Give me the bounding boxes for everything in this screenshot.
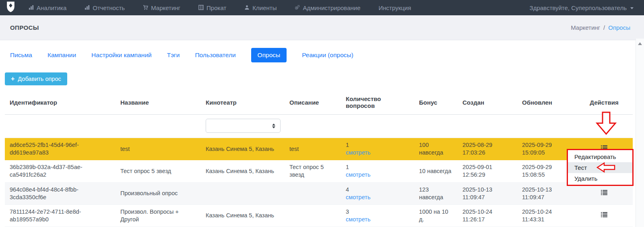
cell-description [285,204,341,227]
questions-count: 3 [346,208,409,216]
col-header-description: Описание [285,92,341,115]
user-icon [244,4,250,11]
col-header-name: Название [116,92,201,115]
breadcrumb-parent[interactable]: Маркетинг [571,24,600,31]
cell-bonus: 1000 на 10 д. [414,204,458,227]
cell-questions: 3 смотреть [341,204,414,227]
nav-item-administration[interactable]: Администрирование [295,4,360,11]
gears-icon [295,4,300,11]
table-row: 36b2389b-032a-4d37-85ae-ca5491fc26a2 Тес… [5,160,633,182]
nav-item-analytics[interactable]: Аналитика [29,4,66,11]
cell-name: Произвольный опрос [116,182,201,204]
bar-chart-icon [29,4,34,11]
page-title: ОПРОСЫ [10,24,39,31]
cinema-filter-select[interactable] [206,119,281,133]
col-header-actions: Действия [576,92,633,115]
questions-count: 1 [346,141,409,149]
tab-tags[interactable]: Тэги [167,52,180,59]
col-header-cinema: Кинотеатр [201,92,285,115]
tab-campaigns[interactable]: Кампании [47,52,76,59]
tab-campaign-settings[interactable]: Настройки кампаний [91,52,152,59]
view-questions-link[interactable]: смотреть [346,149,370,157]
table-row: 964c08e4-bf4d-48c4-8fbb-3cda3350cf6e Про… [5,182,633,204]
vertical-scrollbar[interactable] [636,39,644,227]
cell-name: Произвол. Вопросы + Другой [116,204,201,227]
nav-item-reports[interactable]: Отчетность [85,4,125,11]
cell-cinema: Казань Синема 5, Казань [201,160,285,182]
cell-bonus: 10 навсегда [414,160,458,182]
breadcrumb-current[interactable]: Опросы [608,24,630,31]
cell-description: Тест опрос 5 звезд [285,160,341,182]
scroll-up-button[interactable] [638,42,642,45]
select-updown-icon [272,124,275,128]
cell-id: 964c08e4-bf4d-48c4-8fbb-3cda3350cf6e [5,182,116,204]
cell-created: 2025-09-01 12:56:29 [458,160,517,182]
cell-created: 2025-10-24 11:26:17 [458,204,517,227]
add-survey-button[interactable]: + Добавить опрос [5,72,67,85]
surveys-table: Идентификатор Название Кинотеатр Описани… [5,92,633,227]
cell-questions: 1 смотреть [341,160,414,182]
cell-updated: 2025-10-24 11:43:31 [517,204,576,227]
col-header-bonus: Бонус [414,92,458,115]
row-actions-menu-icon[interactable] [601,212,607,218]
page-header: ОПРОСЫ Маркетинг / Опросы [0,15,644,40]
brand-logo-icon [6,1,16,14]
cell-name: Тест опрос 5 звезд [116,160,201,182]
cart-icon [143,4,148,11]
view-questions-link[interactable]: смотреть [346,194,370,201]
cell-cinema: Казань Синема 5, Казань [201,204,285,227]
cell-id: ad6ce525-2fb1-45d4-96ef-dd619ea97a83 [5,138,116,160]
cell-name: test [116,138,201,160]
breadcrumb: Маркетинг / Опросы [571,24,630,31]
bar-chart-icon [85,4,90,11]
menu-item-delete[interactable]: Удалить [568,173,632,184]
cell-id: 78111244-2e72-4711-8e8d-ab189557a9b0 [5,204,116,227]
tab-users[interactable]: Пользователи [195,52,235,59]
nav-item-marketing[interactable]: Маркетинг [143,4,180,11]
cell-bonus: 123 навсегда [414,182,458,204]
col-header-id: Идентификатор [5,92,116,115]
tab-surveys[interactable]: Опросы [251,48,287,62]
table-row: 78111244-2e72-4711-8e8d-ab189557a9b0 Про… [5,204,633,227]
menu-item-edit[interactable]: Редактировать [568,151,632,162]
cell-description: test [285,138,341,160]
chevron-down-icon [630,7,634,9]
cell-created: 2025-10-13 11:09:47 [458,182,517,204]
plus-icon: + [11,76,14,82]
cell-description [285,182,341,204]
cell-questions: 4 смотреть [341,182,414,204]
table-header-row: Идентификатор Название Кинотеатр Описани… [5,92,633,115]
user-menu[interactable]: Здравствуйте, Суперпользователь [530,4,634,11]
page: Аналитика Отчетность Маркетинг Прокат Кл… [0,0,644,227]
cell-created: 2025-08-29 17:03:26 [458,138,517,160]
cell-id: 36b2389b-032a-4d37-85ae-ca5491fc26a2 [5,160,116,182]
nav-item-clients[interactable]: Клиенты [244,4,277,11]
main-content: Письма Кампании Настройки кампаний Тэги … [0,40,644,227]
user-greeting: Здравствуйте, Суперпользователь [530,4,627,11]
questions-count: 1 [346,163,409,171]
menu-item-test[interactable]: Тест [568,162,632,173]
tab-reactions[interactable]: Реакции (опросы) [302,52,353,59]
breadcrumb-separator: / [603,24,605,31]
col-header-questions: Количество вопросов [341,92,414,115]
filter-row [5,115,633,138]
tab-bar: Письма Кампании Настройки кампаний Тэги … [10,47,644,62]
view-questions-link[interactable]: смотреть [346,171,370,179]
cell-cinema [201,182,285,204]
questions-count: 4 [346,186,409,194]
row-actions-menu-icon[interactable] [601,190,607,196]
tab-letters[interactable]: Письма [10,52,32,59]
row-actions-menu: Редактировать Тест Удалить [567,149,634,186]
table-row: ad6ce525-2fb1-45d4-96ef-dd619ea97a83 tes… [5,138,633,160]
col-header-created: Создан [458,92,517,115]
cell-cinema: Казань Синема 5, Казань [201,138,285,160]
nav-item-rental[interactable]: Прокат [198,4,226,11]
view-questions-link[interactable]: смотреть [346,216,370,223]
cell-questions: 1 смотреть [341,138,414,160]
top-navbar: Аналитика Отчетность Маркетинг Прокат Кл… [0,0,644,15]
nav-item-instruction[interactable]: Инструкция [379,4,411,11]
brand-logo[interactable] [6,1,16,14]
col-header-updated: Обновлен [517,92,576,115]
film-icon [198,4,204,11]
cell-bonus: 100 навсегда [414,138,458,160]
